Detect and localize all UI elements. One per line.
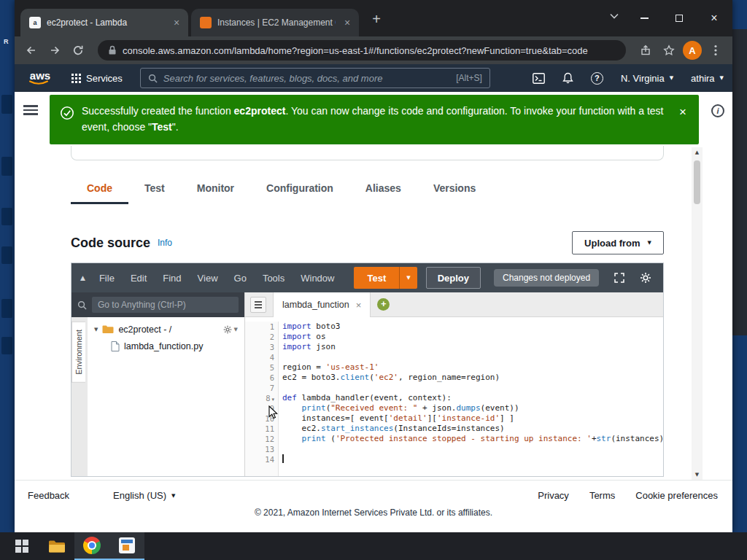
sidebar-hamburger-icon[interactable] — [23, 105, 38, 115]
scroll-down-icon[interactable]: ▼ — [692, 470, 703, 480]
help-icon[interactable]: ? — [591, 72, 603, 85]
code-line[interactable] — [282, 352, 663, 362]
menu-go[interactable]: Go — [226, 273, 255, 284]
help-panel-info-icon[interactable]: i — [711, 104, 724, 117]
window-close-button[interactable]: × — [702, 9, 727, 28]
scroll-up-icon[interactable]: ▲ — [692, 147, 703, 158]
code-line[interactable]: def lambda_handler(event, context): — [282, 393, 663, 403]
test-dropdown-icon[interactable]: ▼ — [399, 267, 417, 289]
feedback-link[interactable]: Feedback — [28, 490, 69, 501]
gutter-line-number[interactable]: 1 — [245, 322, 274, 332]
fullscreen-icon[interactable] — [614, 272, 625, 284]
browser-tab-lambda[interactable]: a ec2protect - Lambda × — [20, 9, 188, 36]
window-minimize-button[interactable] — [632, 9, 657, 28]
gutter-line-number[interactable]: 14 — [245, 454, 274, 464]
tab-versions[interactable]: Versions — [417, 172, 492, 204]
tab-close-icon[interactable]: × — [341, 17, 353, 28]
browser-menu-icon[interactable] — [706, 41, 725, 60]
services-menu[interactable]: Services — [71, 73, 123, 84]
gutter-line-number[interactable]: 11 — [245, 424, 274, 434]
back-icon[interactable] — [22, 41, 41, 60]
code-line[interactable]: import json — [282, 342, 663, 352]
browser-profile-avatar[interactable]: A — [683, 41, 702, 60]
tab-close-icon[interactable]: × — [171, 17, 182, 28]
info-link[interactable]: Info — [158, 238, 172, 248]
privacy-link[interactable]: Privacy — [538, 490, 569, 501]
url-address-bar[interactable]: console.aws.amazon.com/lambda/home?regio… — [98, 40, 626, 61]
code-line[interactable]: print("Received event: " + json.dumps(ev… — [282, 403, 663, 413]
menu-view[interactable]: View — [190, 273, 226, 284]
tab-monitor[interactable]: Monitor — [181, 172, 250, 204]
code-line[interactable] — [282, 454, 663, 464]
gutter-line-number[interactable]: 4 — [245, 352, 274, 362]
account-menu[interactable]: athira ▼ — [691, 73, 724, 84]
aws-logo[interactable]: aws — [28, 71, 53, 85]
gutter-line-number[interactable]: 5 — [245, 362, 274, 373]
gutter-line-number[interactable]: 8▾ — [245, 393, 274, 403]
file-explorer-button[interactable] — [39, 532, 74, 560]
share-icon[interactable] — [636, 41, 655, 60]
language-selector[interactable]: English (US) ▼ — [113, 490, 175, 501]
editor-settings-gear-icon[interactable] — [640, 272, 651, 284]
code-fold-icon[interactable]: ▾ — [271, 397, 274, 402]
chrome-button[interactable] — [74, 532, 109, 560]
menu-window[interactable]: Window — [293, 273, 342, 284]
aws-search-bar[interactable]: Search for services, features, blogs, do… — [140, 68, 490, 88]
tab-list-icon[interactable] — [250, 297, 266, 313]
forward-icon[interactable] — [45, 41, 64, 60]
open-file-tab[interactable]: lambda_function × — [273, 292, 371, 317]
tab-search-chevron-icon[interactable] — [610, 13, 619, 19]
environment-tab[interactable]: Environment — [71, 322, 85, 383]
gutter-line-number[interactable]: 12 — [245, 434, 274, 444]
code-line[interactable]: region = 'us-east-1' — [282, 362, 663, 373]
reload-icon[interactable] — [69, 41, 88, 60]
terms-link[interactable]: Terms — [589, 490, 615, 501]
gutter-line-number[interactable]: 7 — [245, 383, 274, 393]
editor-code-lines[interactable]: import boto3import osimport jsonregion =… — [279, 322, 663, 476]
menu-edit[interactable]: Edit — [123, 273, 155, 284]
code-line[interactable]: instances=[ event['detail']['instance-id… — [282, 413, 663, 424]
region-selector[interactable]: N. Virginia ▼ — [621, 73, 673, 84]
new-tab-button[interactable]: + — [366, 9, 387, 30]
code-line[interactable] — [282, 383, 663, 393]
notifications-bell-icon[interactable] — [562, 72, 573, 84]
tab-aliases[interactable]: Aliases — [349, 172, 417, 204]
code-line[interactable] — [282, 444, 663, 454]
menu-find[interactable]: Find — [155, 273, 189, 284]
app-window-button[interactable] — [109, 532, 144, 560]
cookie-preferences-link[interactable]: Cookie preferences — [635, 490, 718, 501]
code-line[interactable]: import os — [282, 332, 663, 342]
window-maximize-button[interactable] — [667, 9, 692, 28]
tab-code[interactable]: Code — [71, 172, 128, 204]
new-file-tab-icon[interactable]: + — [377, 298, 390, 311]
code-line[interactable]: ec2.start_instances(InstanceIds=instance… — [282, 424, 663, 434]
code-line[interactable]: print ('Protected instance stopped - sta… — [282, 434, 663, 444]
code-line[interactable]: ec2 = boto3.client('ec2', region_name=re… — [282, 373, 663, 383]
start-button[interactable] — [4, 532, 39, 560]
browser-tab-ec2[interactable]: Instances | EC2 Management Con × — [191, 9, 359, 36]
gutter-line-number[interactable]: 6 — [245, 373, 274, 383]
bookmark-star-icon[interactable] — [659, 41, 678, 60]
tree-file-row[interactable]: lambda_function.py — [88, 338, 244, 354]
flash-close-icon[interactable]: × — [676, 105, 690, 120]
tab-configuration[interactable]: Configuration — [250, 172, 349, 204]
test-button[interactable]: Test ▼ — [354, 267, 417, 289]
tree-folder-row[interactable]: ▼ ec2protect - / ▼ — [88, 321, 244, 338]
close-file-icon[interactable]: × — [356, 300, 362, 311]
code-line[interactable]: import boto3 — [282, 322, 663, 332]
upload-from-button[interactable]: Upload from ▼ — [572, 231, 664, 254]
goto-anything-input[interactable]: Go to Anything (Ctrl-P) — [92, 297, 239, 313]
menu-tools[interactable]: Tools — [255, 273, 293, 284]
deploy-button[interactable]: Deploy — [426, 267, 481, 289]
scrollbar-thumb[interactable] — [694, 160, 700, 204]
collapse-editor-icon[interactable]: ▲ — [80, 274, 85, 281]
gutter-line-number[interactable]: 13 — [245, 444, 274, 454]
gutter-line-number[interactable]: 2 — [245, 332, 274, 342]
gutter-line-number[interactable]: 3 — [245, 342, 274, 352]
menu-file[interactable]: File — [91, 273, 123, 284]
expander-icon[interactable]: ▼ — [94, 327, 98, 332]
page-scrollbar[interactable]: ▲ ▼ — [692, 147, 703, 480]
tab-test[interactable]: Test — [128, 172, 181, 204]
tree-settings[interactable]: ▼ — [223, 325, 238, 334]
cloudshell-icon[interactable] — [533, 73, 545, 84]
